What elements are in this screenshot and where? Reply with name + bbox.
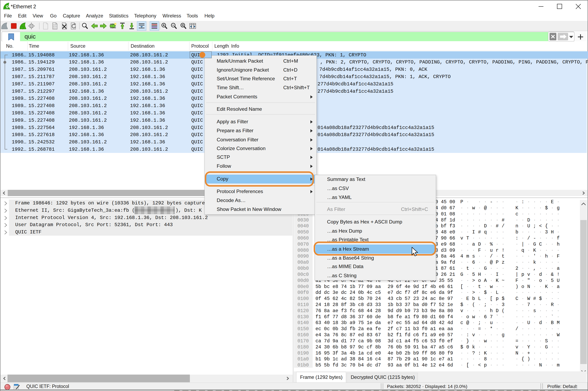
- svg-text:0110: 0110: [53, 26, 57, 27]
- svg-text:0101: 0101: [53, 24, 57, 26]
- svg-text:0111: 0111: [53, 27, 57, 29]
